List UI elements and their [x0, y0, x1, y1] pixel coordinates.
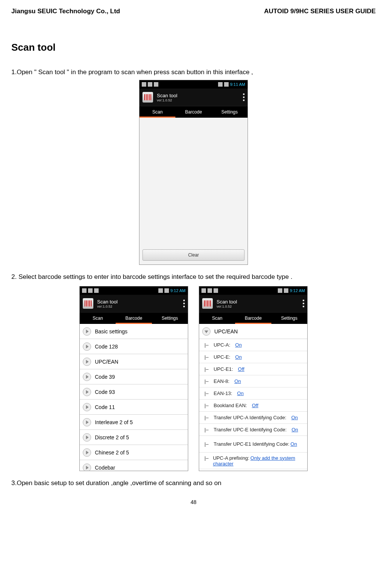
paragraph-1: 1.Open " Scan tool " in the program to s…	[11, 68, 376, 76]
list-item[interactable]: UPC/EAN	[80, 354, 188, 369]
setting-value: Off	[238, 366, 245, 372]
tab-settings[interactable]: Settings	[212, 106, 248, 118]
tab-bar: Scan Barcode Settings	[139, 106, 248, 118]
header-company: Jiangsu SEUIC Technology Co., Ltd	[11, 8, 120, 15]
expand-icon	[83, 388, 91, 396]
signal-icon	[218, 82, 223, 87]
list-item[interactable]: Code 128	[80, 339, 188, 354]
setting-key: EAN-13:	[214, 390, 232, 396]
app-bar: Scan tool ver:1.0.52	[199, 295, 307, 312]
setting-key: UPC-E1:	[214, 366, 233, 372]
status-time: 9:12 AM	[290, 288, 305, 293]
tab-bar: Scan Barcode Settings	[199, 312, 307, 324]
setting-item[interactable]: |– UPC-A prefixing:Only add the system c…	[199, 453, 307, 469]
status-bar: 9:12 AM	[80, 286, 188, 295]
status-icon	[201, 288, 206, 293]
signal-icon	[278, 288, 282, 293]
setting-key: Bookland EAN:	[214, 403, 247, 408]
expand-icon	[83, 342, 91, 351]
list-label: Codebar	[95, 465, 115, 471]
list-item[interactable]: Chinese 2 of 5	[80, 445, 188, 460]
signal-icon	[158, 288, 163, 293]
status-icon	[214, 288, 218, 293]
list-label: UPC/EAN	[214, 328, 238, 334]
setting-value: On	[235, 342, 241, 348]
tab-settings[interactable]: Settings	[271, 313, 307, 324]
status-icon	[88, 288, 93, 293]
tab-scan[interactable]: Scan	[199, 313, 235, 324]
clear-button[interactable]: Clear	[142, 249, 245, 261]
setting-value: On	[237, 390, 243, 396]
battery-icon	[164, 288, 169, 293]
app-title: Scan tool	[217, 299, 299, 305]
setting-item[interactable]: |– EAN-13:On	[199, 387, 307, 400]
expand-icon	[83, 403, 91, 411]
status-icon	[94, 288, 99, 293]
tab-settings[interactable]: Settings	[152, 313, 188, 324]
tab-scan[interactable]: Scan	[80, 313, 116, 324]
tab-barcode[interactable]: Barcode	[175, 106, 211, 118]
setting-key: Transfer UPC-E Identifying Code:	[214, 427, 286, 432]
expand-icon	[83, 418, 91, 426]
setting-item[interactable]: |– Bookland EAN:Off	[199, 400, 307, 412]
tab-barcode[interactable]: Barcode	[235, 313, 271, 324]
tab-barcode[interactable]: Barcode	[116, 313, 152, 324]
overflow-menu-icon[interactable]	[303, 300, 304, 307]
app-bar: Scan tool ver:1.0.52	[80, 295, 188, 312]
paragraph-2: 2. Select barcode settings to enter into…	[11, 273, 376, 281]
battery-icon	[224, 82, 229, 87]
list-item[interactable]: Code 39	[80, 369, 188, 384]
setting-value: On	[291, 441, 297, 447]
setting-item[interactable]: |– Transfer UPC-E1 Identifying Code:On	[199, 436, 307, 453]
setting-value: On	[235, 354, 241, 360]
battery-icon	[284, 288, 288, 293]
expand-icon	[83, 373, 91, 381]
app-version: ver:1.0.52	[157, 98, 239, 102]
barcode-icon	[144, 94, 151, 100]
setting-key: UPC-A prefixing:	[213, 455, 249, 461]
setting-item[interactable]: |– EAN-8:On	[199, 375, 307, 387]
app-title: Scan tool	[97, 299, 180, 305]
overflow-menu-icon[interactable]	[243, 93, 245, 101]
expand-icon	[83, 433, 91, 442]
upc-ean-settings-list: UPC/EAN |– UPC-A:On |– UPC-E:On |– UPC-E…	[199, 324, 307, 471]
app-version: ver:1.0.52	[97, 305, 180, 308]
list-label: UPC/EAN	[95, 359, 118, 365]
list-item[interactable]: Code 93	[80, 384, 188, 400]
section-title: Scan tool	[11, 42, 376, 53]
screenshot-barcode-categories: 9:12 AM Scan tool ver:1.0.52 Scan Barcod…	[79, 286, 188, 471]
setting-value: Off	[252, 403, 258, 408]
status-time: 9:11 AM	[230, 82, 245, 87]
app-bar: Scan tool ver:1.0.52	[139, 89, 248, 106]
setting-item[interactable]: |– UPC-E1:Off	[199, 363, 307, 375]
setting-item[interactable]: |– Transfer UPC-E Identifying Code:On	[199, 424, 307, 436]
status-bar: 9:11 AM	[139, 80, 248, 89]
overflow-menu-icon[interactable]	[183, 300, 185, 307]
expand-icon	[83, 327, 91, 336]
collapse-icon	[202, 327, 211, 336]
app-icon	[142, 92, 153, 103]
setting-item[interactable]: |– UPC-A:On	[199, 339, 307, 351]
group-header[interactable]: UPC/EAN	[199, 324, 307, 339]
setting-key: Transfer UPC-E1 Identifying Code:	[214, 441, 289, 447]
list-item[interactable]: Discrete 2 of 5	[80, 430, 188, 445]
list-item[interactable]: Interleave 2 of 5	[80, 415, 188, 430]
list-item[interactable]: Codebar	[80, 460, 188, 471]
setting-item[interactable]: |– Transfer UPC-A Identifying Code:On	[199, 412, 307, 424]
list-label: Code 39	[95, 374, 115, 380]
tab-scan[interactable]: Scan	[139, 106, 175, 118]
screenshot-scan-tab: 9:11 AM Scan tool ver:1.0.52 Scan Barcod…	[139, 80, 248, 265]
tab-bar: Scan Barcode Settings	[80, 312, 188, 324]
setting-value: On	[234, 378, 241, 384]
list-item[interactable]: Basic settings	[80, 324, 188, 339]
setting-key: UPC-E:	[214, 354, 230, 360]
app-icon	[83, 298, 93, 309]
barcode-icon	[204, 300, 211, 306]
list-label: Code 128	[95, 344, 118, 350]
status-icon	[142, 82, 146, 87]
app-version: ver:1.0.52	[217, 305, 299, 308]
barcode-icon	[85, 300, 91, 306]
setting-item[interactable]: |– UPC-E prefixing:Only add the	[199, 469, 307, 471]
list-item[interactable]: Code 11	[80, 400, 188, 415]
setting-item[interactable]: |– UPC-E:On	[199, 351, 307, 363]
